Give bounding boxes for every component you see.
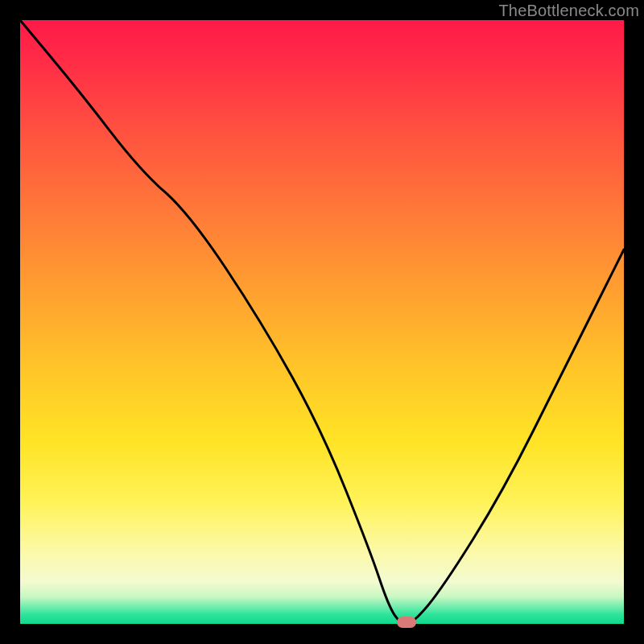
plot-area (20, 20, 624, 624)
bottleneck-curve (20, 20, 624, 624)
chart-frame: TheBottleneck.com (0, 0, 644, 644)
watermark-text: TheBottleneck.com (498, 2, 639, 20)
optimum-marker (397, 617, 416, 628)
